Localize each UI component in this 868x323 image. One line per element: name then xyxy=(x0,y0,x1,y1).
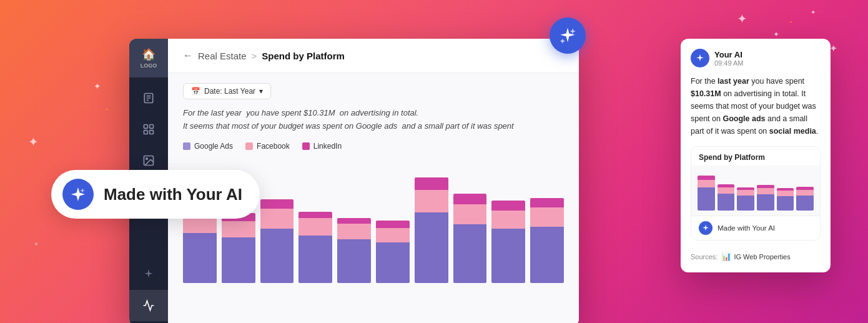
sidebar-item-documents[interactable] xyxy=(129,82,168,114)
document-icon xyxy=(142,92,155,104)
header: ← Real Estate > Spend by Platform xyxy=(168,39,579,73)
chat-panel: Your AI 09:49 AM For the last year you h… xyxy=(681,39,831,272)
mini-bar-stack xyxy=(777,188,794,211)
bar-segment-linkedin xyxy=(298,212,332,218)
bar-segment-google xyxy=(183,233,217,283)
sources-text: IG Web Properties xyxy=(734,253,790,261)
back-button[interactable]: ← xyxy=(183,50,193,61)
bar-segment-google xyxy=(376,242,410,283)
mini-bar-segment-google xyxy=(698,187,715,211)
bar-segment-linkedin xyxy=(453,194,487,204)
bar-segment-facebook xyxy=(415,190,448,212)
mini-bar-segment-google xyxy=(718,194,735,211)
bar-segment-google xyxy=(415,212,448,283)
sidebar-item-ai[interactable] xyxy=(129,259,168,290)
bar-segment-facebook xyxy=(376,228,410,242)
sources-label: Sources: xyxy=(691,253,718,261)
badge-sparkle-icon xyxy=(702,224,709,232)
mini-bar-segment-facebook xyxy=(777,191,794,196)
bar-segment-linkedin xyxy=(337,218,371,224)
bar-group xyxy=(298,212,332,283)
chat-avatar xyxy=(691,49,709,67)
sparkle-large-icon xyxy=(559,27,576,44)
bar-group xyxy=(260,199,294,283)
mini-bar-stack xyxy=(698,176,715,211)
filter-bar: 📅 Date: Last Year ▾ xyxy=(183,83,564,99)
svg-rect-4 xyxy=(144,125,148,129)
star-decoration-4: • xyxy=(106,106,108,112)
breadcrumb-current: Spend by Platform xyxy=(262,51,345,61)
mini-chart-title: Spend by Platform xyxy=(691,147,820,166)
ai-spark-button[interactable] xyxy=(550,17,586,54)
star-decoration-6: ✦ xyxy=(773,30,779,39)
bar-segment-google xyxy=(530,227,564,283)
bar-segment-linkedin xyxy=(491,201,525,211)
star-decoration-5: ✦ xyxy=(737,11,747,26)
chat-message: For the last year you have spent $10.31M… xyxy=(691,75,821,137)
mini-bar-segment-google xyxy=(796,196,814,211)
legend-dot-facebook xyxy=(245,142,253,150)
bar-segment-facebook xyxy=(491,211,525,229)
logo-text: LOGO xyxy=(141,62,157,69)
bar-segment-facebook xyxy=(453,204,487,224)
mini-bar-stack xyxy=(718,184,735,211)
bar-segment-google xyxy=(222,237,255,283)
mini-bar-segment-google xyxy=(777,196,794,211)
bar-segment-facebook xyxy=(337,224,371,239)
bar-segment-linkedin xyxy=(415,177,448,190)
legend-label-google: Google Ads xyxy=(194,142,233,151)
legend-dot-linkedin xyxy=(302,142,310,150)
pill-text: Made with Your AI xyxy=(104,185,242,204)
mini-bar-segment-facebook xyxy=(737,190,754,196)
bar-segment-facebook xyxy=(530,207,564,227)
media-icon xyxy=(142,154,155,167)
legend-label-facebook: Facebook xyxy=(257,142,290,151)
mini-bar-segment-facebook xyxy=(698,180,715,187)
star-decoration-3: + xyxy=(34,241,38,247)
bar-segment-google xyxy=(337,239,371,283)
sources-value: 📊 IG Web Properties xyxy=(721,252,790,261)
bar-segment-linkedin xyxy=(530,198,564,207)
sidebar-item-analytics[interactable] xyxy=(129,290,168,321)
made-with-pill: Made with Your AI xyxy=(51,170,260,219)
sidebar-item-grid[interactable] xyxy=(129,114,168,145)
mini-bar-segment-google xyxy=(737,196,754,211)
bar-segment-linkedin xyxy=(260,199,294,209)
mini-bar-stack xyxy=(737,187,754,211)
star-dot-2: • xyxy=(790,19,792,24)
bar-segment-google xyxy=(453,224,487,283)
svg-rect-6 xyxy=(144,131,148,134)
svg-point-9 xyxy=(146,158,148,160)
bar-segment-facebook xyxy=(222,221,255,237)
calendar-icon: 📅 xyxy=(191,87,200,96)
badge-text-small: Made with Your AI xyxy=(718,224,775,232)
chat-meta: Your AI 09:49 AM xyxy=(714,50,743,67)
bar-group xyxy=(376,221,410,283)
bar-segment-google xyxy=(298,236,332,283)
star-decoration-7: ✦ xyxy=(811,9,816,16)
description-text: For the last year you have spent $10.31M… xyxy=(183,107,564,133)
date-filter-button[interactable]: 📅 Date: Last Year ▾ xyxy=(183,83,271,99)
bar-group xyxy=(337,218,371,283)
star-decoration-2: ✦ xyxy=(94,81,101,91)
grid-icon xyxy=(142,123,155,136)
pill-sparkle-icon xyxy=(71,187,86,202)
chat-name: Your AI xyxy=(714,50,743,59)
star-decoration-1: ✦ xyxy=(28,134,39,149)
sources-bar-icon: 📊 xyxy=(721,252,731,261)
sidebar-logo: 🏠 LOGO xyxy=(129,39,168,77)
legend-item-facebook: Facebook xyxy=(245,142,290,151)
bar-group xyxy=(491,201,525,283)
home-icon: 🏠 xyxy=(142,47,155,61)
bar-group xyxy=(453,194,487,283)
mini-bar-segment-google xyxy=(757,194,774,211)
breadcrumb-parent: Real Estate xyxy=(198,51,247,61)
bar-segment-google xyxy=(491,229,525,283)
mini-bar-segment-facebook xyxy=(718,187,735,194)
bar-group xyxy=(222,213,255,283)
bar-segment-linkedin xyxy=(376,221,410,228)
mini-bar-stack xyxy=(757,185,774,211)
mini-bar-segment-facebook xyxy=(796,190,814,196)
mini-chart-area xyxy=(691,166,820,216)
analytics-icon xyxy=(142,299,155,312)
